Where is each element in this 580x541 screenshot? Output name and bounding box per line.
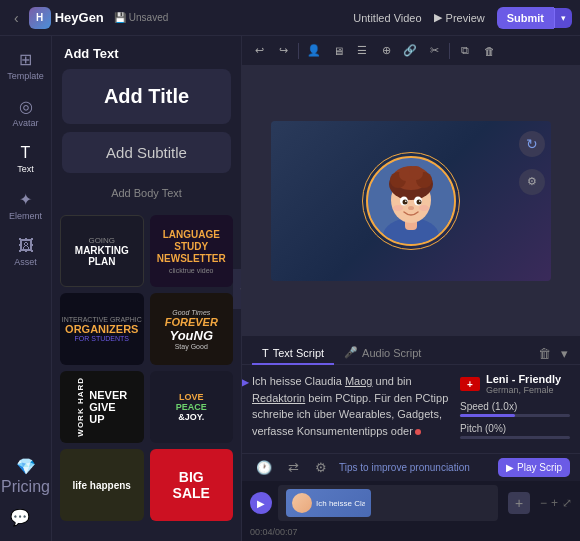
template-card-marketing[interactable]: GOING MARKTING PLAN xyxy=(60,215,144,287)
avatar-container[interactable] xyxy=(366,156,456,246)
template-card-organizers[interactable]: INTERACTIVE GRAPHIC ORGANIZERS FOR STUDE… xyxy=(60,293,144,365)
script-tabs: T Text Script 🎤 Audio Script 🗑 ▾ xyxy=(242,336,580,365)
sidebar-item-pricing[interactable]: 💎 Pricing xyxy=(0,451,54,502)
template-card-language[interactable]: LANGUAGESTUDYNEWSLETTER clicktrue video xyxy=(150,215,234,287)
settings-icon: ⚙ xyxy=(527,175,537,188)
voice-name: Leni - Friendly xyxy=(486,373,561,385)
pitch-label: Pitch (0%) xyxy=(460,423,570,434)
tips-text[interactable]: Tips to improve pronunciation xyxy=(339,462,490,473)
template-grid: GOING MARKTING PLAN LANGUAGESTUDYNEWSLET… xyxy=(52,215,241,529)
panel-header: Add Text xyxy=(52,36,241,69)
play-script-button[interactable]: ▶ Play Scrip xyxy=(498,458,570,477)
template-card-forever[interactable]: Good Times FOREVER YouNG Stay Good xyxy=(150,293,234,365)
video-canvas[interactable]: ↻ ⚙ xyxy=(271,121,551,281)
sidebar-bottom: 💎 Pricing 💬 xyxy=(0,451,54,533)
error-indicator xyxy=(415,429,421,435)
fit-button[interactable]: ⤢ xyxy=(562,496,572,510)
voice-lang: German, Female xyxy=(486,385,561,395)
speed-slider[interactable] xyxy=(460,414,570,417)
back-button[interactable]: ‹ xyxy=(8,8,25,28)
canvas-action-button-1[interactable]: ↻ xyxy=(519,131,545,157)
sidebar-item-help[interactable]: 💬 xyxy=(0,502,43,533)
timeline-play-button[interactable]: ▶ xyxy=(250,492,272,514)
template-card-love[interactable]: LOVE PEACE &JOY. xyxy=(150,371,234,443)
speed-label: Speed (1.0x) xyxy=(460,401,570,412)
avatar-tool-button[interactable]: 👤 xyxy=(303,40,325,62)
script-delete-button[interactable]: 🗑 xyxy=(536,344,553,363)
voice-section: Leni - Friendly German, Female Speed (1.… xyxy=(460,373,570,445)
undo-button[interactable]: ↩ xyxy=(248,40,270,62)
delete-button[interactable]: 🗑 xyxy=(478,40,500,62)
script-actions: 🗑 ▾ xyxy=(536,344,570,363)
link-tool-button[interactable]: 🔗 xyxy=(399,40,421,62)
unsaved-status: 💾 Unsaved xyxy=(114,12,168,23)
audio-icon: 🎤 xyxy=(344,346,358,359)
preview-button[interactable]: ▶ Preview xyxy=(426,7,493,28)
svg-point-17 xyxy=(393,205,403,211)
svg-point-16 xyxy=(408,206,414,210)
redo-button[interactable]: ↪ xyxy=(272,40,294,62)
screen-tool-button[interactable]: 🖥 xyxy=(327,40,349,62)
tab-text-script[interactable]: T Text Script xyxy=(252,343,334,365)
canvas-action-button-2[interactable]: ⚙ xyxy=(519,169,545,195)
voice-card[interactable]: Leni - Friendly German, Female xyxy=(460,373,570,395)
submit-button[interactable]: Submit xyxy=(497,7,554,29)
script-expand-button[interactable]: ▾ xyxy=(559,344,570,363)
timeline-zoom-controls: − + ⤢ xyxy=(540,496,572,510)
template-card-life[interactable]: life happens xyxy=(60,449,144,521)
script-content: ▶ Ich heisse Claudia Maog und bin Redakt… xyxy=(242,365,580,453)
add-body-button[interactable]: Add Body Text xyxy=(62,181,231,205)
logo-icon: H xyxy=(29,7,51,29)
add-subtitle-button[interactable]: Add Subtitle xyxy=(62,132,231,173)
clock-button[interactable]: 🕐 xyxy=(252,458,276,477)
pitch-slider[interactable] xyxy=(460,436,570,439)
toolbar-divider-2 xyxy=(449,43,450,59)
submit-group: Submit ▾ xyxy=(497,7,572,29)
text-panel: Add Text Add Title Add Subtitle Add Body… xyxy=(52,36,242,541)
sidebar-item-asset[interactable]: 🖼 Asset xyxy=(3,231,49,273)
zoom-in-button[interactable]: + xyxy=(551,496,558,510)
script-text: ▶ Ich heisse Claudia Maog und bin Redakt… xyxy=(252,373,450,445)
add-title-button[interactable]: Add Title xyxy=(62,69,231,124)
svg-point-9 xyxy=(409,166,423,180)
element-icon: ✦ xyxy=(19,190,32,209)
video-title: Untitled Video xyxy=(353,12,421,24)
app-logo: H HeyGen xyxy=(29,7,104,29)
panel-collapse-button[interactable]: ‹ xyxy=(233,269,242,309)
sidebar-item-avatar[interactable]: ◎ Avatar xyxy=(3,91,49,134)
add-clip-button[interactable]: + xyxy=(508,492,530,514)
text-icon: T xyxy=(21,144,31,162)
bottom-section: T Text Script 🎤 Audio Script 🗑 ▾ xyxy=(242,335,580,541)
template-icon: ⊞ xyxy=(19,50,32,69)
play-icon-small: ▶ xyxy=(506,462,514,473)
bottom-toolbar: 🕐 ⇄ ⚙ Tips to improve pronunciation ▶ Pl… xyxy=(242,453,580,481)
svg-point-12 xyxy=(403,199,408,204)
svg-point-13 xyxy=(417,199,422,204)
zoom-out-button[interactable]: − xyxy=(540,496,547,510)
copy-button[interactable]: ⧉ xyxy=(454,40,476,62)
template-card-never[interactable]: WORK HARD NEVERGIVEUP xyxy=(60,371,144,443)
timeline-clip[interactable]: Ich heisse Claudia... xyxy=(286,489,371,517)
sidebar-item-element[interactable]: ✦ Element xyxy=(3,184,49,227)
main-area: ↩ ↪ 👤 🖥 ☰ ⊕ 🔗 ✂ ⧉ 🗑 xyxy=(242,36,580,541)
layout-tool-button[interactable]: ☰ xyxy=(351,40,373,62)
submit-dropdown-button[interactable]: ▾ xyxy=(554,8,572,28)
overlay-tool-button[interactable]: ⊕ xyxy=(375,40,397,62)
avatar-icon: ◎ xyxy=(19,97,33,116)
template-card-big-sale[interactable]: BIG SALE xyxy=(150,449,234,521)
asset-icon: 🖼 xyxy=(18,237,34,255)
tab-audio-script[interactable]: 🎤 Audio Script xyxy=(334,342,431,365)
sidebar-item-template[interactable]: ⊞ Template xyxy=(3,44,49,87)
settings-tool-button[interactable]: ⚙ xyxy=(311,458,331,477)
translate-button[interactable]: ⇄ xyxy=(284,458,303,477)
svg-point-15 xyxy=(419,200,421,202)
pricing-icon: 💎 xyxy=(16,457,36,476)
canvas-area: ↻ ⚙ xyxy=(242,66,580,335)
text-script-icon: T xyxy=(262,347,269,359)
crop-tool-button[interactable]: ✂ xyxy=(423,40,445,62)
play-icon: ▶ xyxy=(434,11,442,24)
editor-toolbar: ↩ ↪ 👤 🖥 ☰ ⊕ 🔗 ✂ ⧉ 🗑 xyxy=(242,36,580,66)
avatar-wrapper xyxy=(366,156,456,246)
timeline-track[interactable]: Ich heisse Claudia... xyxy=(278,485,498,521)
sidebar-item-text[interactable]: T Text xyxy=(3,138,49,180)
